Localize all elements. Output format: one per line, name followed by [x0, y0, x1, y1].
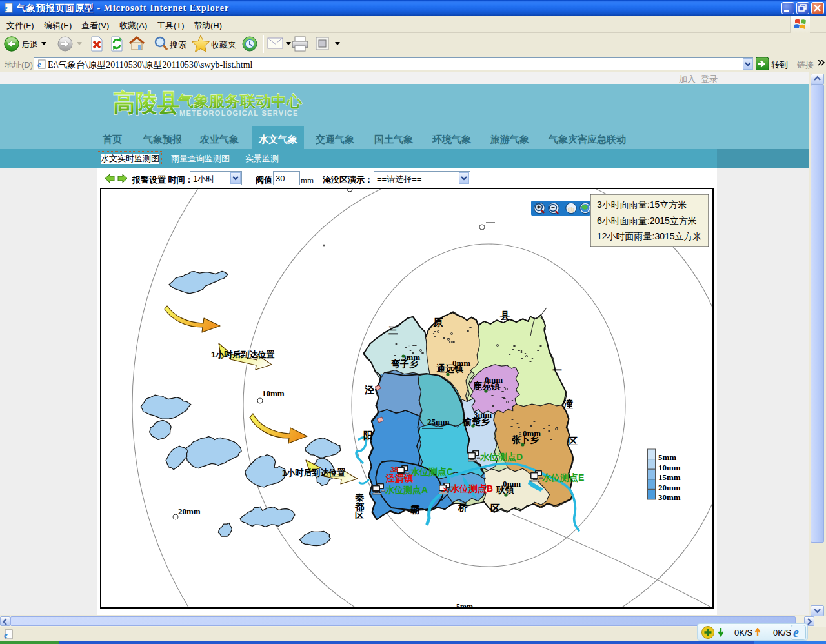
svg-text:水位测点A: 水位测点A	[385, 485, 428, 495]
svg-text:区: 区	[355, 510, 364, 521]
svg-text:3mm: 3mm	[474, 410, 492, 419]
svg-text:0mm: 0mm	[523, 428, 541, 438]
svg-text:三: 三	[388, 325, 398, 336]
svg-text:10mm: 10mm	[658, 463, 681, 472]
svg-text:20mm: 20mm	[658, 483, 681, 492]
svg-text:阳: 阳	[363, 430, 373, 441]
svg-text:30mm: 30mm	[658, 492, 681, 502]
svg-text:区: 区	[490, 503, 500, 514]
svg-text:12小时面雨量:3015立方米: 12小时面雨量:3015立方米	[597, 231, 702, 241]
svg-text:3mm: 3mm	[402, 352, 420, 362]
svg-text:潼: 潼	[563, 398, 573, 409]
svg-text:15mm: 15mm	[658, 472, 681, 482]
svg-text:区: 区	[568, 436, 578, 447]
svg-text:水位测点C: 水位测点C	[410, 467, 453, 477]
svg-text:桥: 桥	[458, 502, 468, 513]
svg-text:e: e	[793, 625, 799, 639]
svg-text:5mm: 5mm	[456, 602, 473, 607]
svg-text:原: 原	[432, 317, 443, 328]
svg-text:一: 一	[552, 365, 562, 376]
svg-text:1小时后到达位置: 1小时后到达位置	[211, 350, 274, 359]
svg-text:25mm: 25mm	[427, 417, 450, 427]
svg-text:6小时面雨量:2015立方米: 6小时面雨量:2015立方米	[597, 216, 697, 226]
svg-text:县: 县	[499, 310, 510, 321]
svg-text:1小时后到达位置: 1小时后到达位置	[282, 468, 345, 478]
svg-text:泾: 泾	[364, 384, 374, 395]
svg-text:0mm: 0mm	[503, 479, 521, 488]
svg-text:5mm: 5mm	[658, 452, 676, 462]
svg-text:3小时面雨量:15立方米: 3小时面雨量:15立方米	[597, 199, 687, 210]
svg-text:10mm: 10mm	[262, 388, 285, 398]
svg-text:e: e	[4, 630, 8, 639]
svg-text:高陵县: 高陵县	[113, 89, 179, 116]
svg-text:0mm: 0mm	[485, 375, 503, 385]
svg-text:e: e	[37, 60, 41, 69]
svg-text:e: e	[4, 3, 8, 13]
svg-text:水位测点D: 水位测点D	[479, 452, 523, 462]
svg-text:气象服务联动中心: 气象服务联动中心	[177, 92, 303, 110]
svg-text:水位测点E: 水位测点E	[541, 472, 584, 483]
svg-text:20mm: 20mm	[178, 507, 201, 516]
svg-text:霸: 霸	[410, 504, 420, 515]
svg-text:METEOROLOGICAL SERVICE: METEOROLOGICAL SERVICE	[179, 109, 299, 117]
svg-text:0mm: 0mm	[452, 358, 470, 368]
svg-text:泾渭镇: 泾渭镇	[385, 473, 413, 483]
svg-text:水位测点B: 水位测点B	[450, 483, 493, 494]
